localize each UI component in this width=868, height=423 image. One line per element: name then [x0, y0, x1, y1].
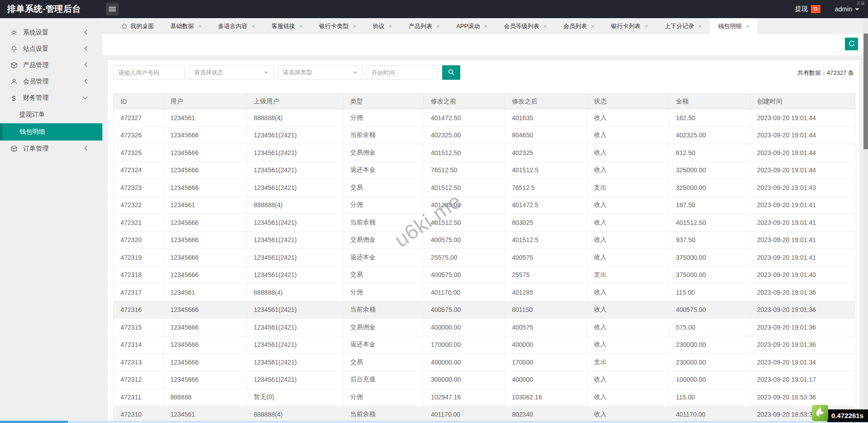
table-row: 472322 1234561 888888(4) 分佣 401285.00 40…	[114, 196, 855, 214]
chevron-down-icon	[855, 8, 859, 10]
cell-type: 当前余额	[343, 126, 424, 144]
cell-type: 返还本金	[343, 336, 424, 354]
close-icon[interactable]: ×	[746, 23, 749, 29]
table-row: 472316 12345666 1234561(2421) 当前余额 40057…	[114, 301, 855, 319]
cell-type: 交易佣金	[343, 144, 424, 162]
close-icon[interactable]: ×	[436, 23, 440, 29]
cell-parent: 1234561(2421)	[247, 336, 343, 354]
cell-created: 2023-09-20 19:01:17	[750, 371, 855, 389]
tab[interactable]: 上下分记录 ×	[656, 18, 710, 34]
cell-before: 401512.50	[424, 144, 505, 162]
chevron-down-icon	[353, 72, 357, 74]
user-number-input[interactable]	[113, 65, 185, 80]
search-button[interactable]	[442, 65, 460, 80]
cell-id: 472319	[114, 249, 164, 267]
cell-type: 当前余额	[343, 301, 424, 319]
debug-toolbar[interactable]: 0.472261s	[812, 404, 868, 422]
tab[interactable]: 会员等级列表 ×	[496, 18, 555, 34]
tab[interactable]: 银行卡类型 ×	[311, 18, 365, 34]
cell-amount: 402325.00	[669, 126, 750, 144]
cell-user: 12345666	[164, 354, 247, 371]
cell-status: 收入	[587, 319, 669, 336]
sidebar-item-products[interactable]: 产品管理	[0, 57, 102, 73]
tab[interactable]: 银行卡列表 ×	[603, 18, 656, 34]
close-icon[interactable]: ×	[251, 23, 255, 29]
sidebar-item-members[interactable]: 会员管理	[0, 73, 102, 90]
cell-created: 2023-09-20 19:01:41	[750, 214, 855, 232]
chevron-left-icon	[83, 45, 88, 53]
close-icon[interactable]: ×	[353, 23, 357, 29]
cell-before: 400000.00	[424, 319, 505, 336]
sidebar-item-withdraw-orders[interactable]: 提现订单	[0, 106, 102, 123]
close-icon[interactable]: ×	[645, 23, 648, 29]
cell-parent: 1234561(2421)	[247, 231, 343, 249]
tab[interactable]: 客服链接 ×	[263, 18, 311, 34]
start-time-input[interactable]	[366, 65, 438, 80]
type-select[interactable]: 请选择类型	[278, 65, 362, 80]
cell-type: 后台充值	[343, 371, 424, 389]
tab[interactable]: 基础数据 ×	[162, 18, 210, 34]
close-icon[interactable]: ×	[698, 23, 702, 29]
sidebar-item-orders[interactable]: 订单管理	[0, 141, 102, 157]
close-icon[interactable]: ×	[299, 23, 303, 29]
cell-parent: 暂无(0)	[247, 389, 343, 406]
search-icon	[448, 68, 455, 77]
sidebar-item-site-settings[interactable]: 站点设置	[0, 41, 102, 57]
close-icon[interactable]: ×	[389, 23, 392, 29]
cell-amount: 401512.50	[669, 214, 750, 232]
tab[interactable]: APP滚动 ×	[448, 18, 496, 34]
menu-toggle-button[interactable]	[106, 3, 119, 15]
close-icon[interactable]: ×	[484, 23, 487, 29]
horizontal-scrollbar-thumb[interactable]	[0, 421, 68, 423]
vertical-scrollbar[interactable]	[863, 18, 868, 421]
withdraw-link[interactable]: 提现 0	[795, 5, 820, 13]
chevron-left-icon	[83, 29, 88, 37]
withdraw-label: 提现	[795, 5, 808, 13]
table-row: 472326 12345666 1234561(2421) 当前余额 40232…	[114, 126, 855, 144]
cell-after: 400000	[505, 336, 587, 354]
main-area: 我的桌面 基础数据 × 多语言内容 × 客服链接	[102, 18, 868, 423]
cell-created: 2023-09-20 19:01:41	[750, 249, 855, 267]
sidebar-item-finance[interactable]: $ 财务管理	[0, 90, 102, 106]
total-count-label: 共有数据：472327 条	[797, 69, 854, 77]
bell-icon	[10, 45, 18, 53]
close-icon[interactable]: ×	[198, 23, 202, 29]
tab[interactable]: 多语言内容 ×	[210, 18, 263, 34]
withdraw-badge: 0	[811, 5, 820, 13]
cell-status: 收入	[587, 109, 669, 127]
cell-after: 400000	[505, 371, 587, 389]
tab[interactable]: 我的桌面	[113, 18, 162, 34]
cell-id: 472326	[114, 126, 164, 144]
cell-created: 2023-09-20 19:01:36	[750, 284, 855, 301]
chevron-left-icon	[83, 61, 88, 69]
col-header-before: 修改之前	[424, 94, 505, 109]
cell-parent: 888888(4)	[247, 196, 343, 214]
cell-user: 12345666	[164, 249, 247, 267]
cell-amount: 937.50	[669, 231, 750, 249]
sidebar: 系统设置 站点设置 产品管理 会员管理 $ 财务管理	[0, 18, 102, 423]
cell-amount: 162.50	[669, 109, 750, 127]
user-menu[interactable]: admin	[835, 5, 859, 13]
cell-type: 交易佣金	[343, 319, 424, 336]
tab-label: 协议	[373, 22, 385, 30]
status-select[interactable]: 请选择状态	[189, 65, 274, 80]
cell-parent: 1234561(2421)	[247, 179, 343, 197]
close-icon[interactable]: ×	[543, 23, 547, 29]
orders-icon	[10, 145, 18, 153]
thinkphp-logo-icon[interactable]	[812, 405, 828, 423]
load-time-label: 0.472261s	[827, 409, 868, 422]
cell-status: 支出	[587, 354, 669, 371]
tab[interactable]: 会员列表 ×	[555, 18, 603, 34]
sidebar-item-system-settings[interactable]: 系统设置	[0, 24, 102, 41]
sidebar-item-wallet-details[interactable]: 钱包明细	[0, 123, 102, 141]
horizontal-scrollbar[interactable]	[0, 421, 868, 423]
cell-status: 收入	[587, 249, 669, 267]
vertical-scrollbar-thumb[interactable]	[863, 34, 868, 149]
cell-user: 888888	[164, 389, 247, 406]
tab[interactable]: 钱包明细 ×	[710, 18, 757, 34]
sidebar-item-label: 站点设置	[23, 45, 48, 53]
close-icon[interactable]: ×	[591, 23, 595, 29]
tab[interactable]: 产品列表 ×	[400, 18, 448, 34]
refresh-button[interactable]	[845, 38, 858, 50]
tab[interactable]: 协议 ×	[365, 18, 400, 34]
